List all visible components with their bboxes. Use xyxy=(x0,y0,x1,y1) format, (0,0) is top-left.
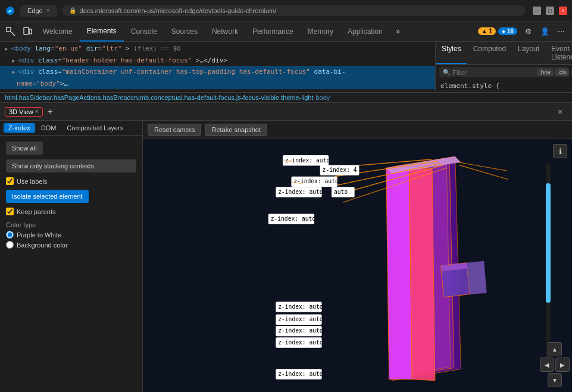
3d-controls-panel: Z-index DOM Composited Layers Show all xyxy=(0,121,143,392)
svg-marker-8 xyxy=(386,168,412,379)
more-options-icon[interactable]: ⋯ xyxy=(553,23,570,40)
nav-left-btn[interactable]: ◀ xyxy=(540,357,554,372)
svg-text:auto: auto xyxy=(334,189,348,195)
browser-chrome: Edge × 🔒 docs.microsoft.com/en-us/micros… xyxy=(0,0,572,21)
html-row-body[interactable]: ▶ <body lang="en-us" dir="ltr" > (flex) … xyxy=(0,43,435,55)
devtools-panel: Welcome Elements Console Sources Network… xyxy=(0,21,572,392)
svg-text:z-index: auto: z-index: auto xyxy=(278,339,323,346)
tab-sources[interactable]: Sources xyxy=(164,21,205,42)
tab-layout[interactable]: Layout xyxy=(512,42,545,64)
styles-tabs-bar: Styles Computed Layout Event Listeners » xyxy=(436,42,572,65)
nav-up-btn[interactable]: ▲ xyxy=(548,342,562,356)
zview-tab-dom[interactable]: DOM xyxy=(36,123,61,133)
settings-icon[interactable]: ⚙ xyxy=(520,23,536,40)
radio-purple-white-input[interactable] xyxy=(6,231,14,239)
keep-parents-checkbox[interactable] xyxy=(6,208,14,215)
reset-camera-btn[interactable]: Reset camera xyxy=(148,124,201,136)
tab-computed[interactable]: Computed xyxy=(467,42,512,64)
toolbar-icon-inspect[interactable] xyxy=(2,23,19,40)
viewport-info-btn[interactable]: ℹ xyxy=(553,144,567,158)
html-row-main2[interactable]: name="body">… xyxy=(0,78,435,90)
tab-3d-close-btn[interactable]: × xyxy=(35,108,39,115)
address-text: docs.microsoft.com/en-us/microsoft-edge/… xyxy=(80,7,277,14)
close-panel-btn[interactable]: × xyxy=(553,105,567,119)
svg-rect-1 xyxy=(7,27,11,32)
tab-label: Edge xyxy=(27,7,43,14)
tab-event-listeners[interactable]: Event Listeners xyxy=(545,42,572,64)
keep-parents-label: Keep parents xyxy=(17,208,55,215)
scrollbar-vertical[interactable] xyxy=(546,163,551,362)
html-tree: ▶ <body lang="en-us" dir="ltr" > (flex) … xyxy=(0,42,435,92)
bottom-section: 3D View × + × Z-index DOM xyxy=(0,103,572,392)
hov-btn[interactable]: :hov xyxy=(537,68,553,76)
use-labels-checkbox[interactable] xyxy=(6,177,14,185)
retake-snapshot-btn[interactable]: Retake snapshot xyxy=(205,124,267,136)
tab-styles[interactable]: Styles xyxy=(436,42,467,64)
isolate-btn[interactable]: Isolate selected element xyxy=(6,190,89,203)
use-labels-row: Use labels xyxy=(6,177,136,185)
expand-icon-header: ▶ xyxy=(12,58,18,64)
svg-text:z-index: auto: z-index: auto xyxy=(278,303,323,310)
tab-network[interactable]: Network xyxy=(205,21,245,42)
svg-text:z-index: auto: z-index: auto xyxy=(278,316,323,322)
styles-filter-input[interactable] xyxy=(452,69,535,76)
html-row-header[interactable]: ▶ <div class="header-holder has-default-… xyxy=(0,55,435,67)
breadcrumb-path[interactable]: html.hasSidebar.hasPageActions.hasBreadc… xyxy=(5,94,314,101)
svg-text:z-index: 4: z-index: 4 xyxy=(323,167,357,173)
warning-badge: ▲ 1 xyxy=(478,27,496,35)
breadcrumb-bar: html.hasSidebar.hasPageActions.hasBreadc… xyxy=(0,93,572,103)
3d-canvas[interactable]: z-index: auto z-index: 4 z-index: auto xyxy=(143,139,572,392)
3d-viewport-panel: Reset camera Retake snapshot xyxy=(143,121,572,392)
html-row-main[interactable]: ▶ <div class="mainContainer uhf-containe… xyxy=(0,66,435,78)
info-badge: ● 16 xyxy=(498,27,517,35)
svg-text:z-index: auto: z-index: auto xyxy=(278,371,323,377)
cls-btn[interactable]: .cls xyxy=(555,68,569,76)
svg-marker-9 xyxy=(409,168,435,380)
nav-lr-row: ◀ ▶ xyxy=(540,357,570,372)
bottom-tabs-row: 3D View × + × xyxy=(0,103,572,121)
show-all-btn[interactable]: Show all xyxy=(6,142,43,155)
tab-performance[interactable]: Performance xyxy=(245,21,301,42)
more-tabs-btn[interactable]: » xyxy=(390,23,407,40)
nav-right-btn[interactable]: ▶ xyxy=(555,357,570,372)
svg-text:z-index: auto: z-index: auto xyxy=(271,215,316,222)
radio-bg-color-label: Background color xyxy=(17,242,68,249)
color-type-section: Color type Purple to White Background co… xyxy=(6,221,136,249)
3d-svg: z-index: auto z-index: 4 z-index: auto xyxy=(143,139,572,392)
svg-rect-2 xyxy=(24,27,29,35)
tab-welcome[interactable]: Welcome xyxy=(36,21,80,42)
tab-close[interactable]: × xyxy=(46,7,50,14)
tab-3d-view[interactable]: 3D View × xyxy=(5,107,43,117)
maximize-btn[interactable]: □ xyxy=(546,7,554,15)
radio-bg-color-input[interactable] xyxy=(6,241,14,249)
radio-bg-color: Background color xyxy=(6,241,136,249)
radio-purple-white: Purple to White xyxy=(6,231,136,239)
toolbar-icon-device[interactable] xyxy=(19,23,36,40)
nav-arrows-group: ▲ ◀ ▶ ▼ xyxy=(540,342,570,387)
element-style-block: element.style { xyxy=(436,80,572,92)
devtools-main-tabbar: Welcome Elements Console Sources Network… xyxy=(0,21,572,42)
svg-rect-3 xyxy=(29,29,32,34)
tab-application[interactable]: Application xyxy=(340,21,390,42)
tab-elements[interactable]: Elements xyxy=(80,21,124,42)
show-stacking-btn[interactable]: Show only stacking contexts xyxy=(6,159,136,173)
use-labels-label: Use labels xyxy=(17,178,47,185)
add-tab-btn[interactable]: + xyxy=(45,106,55,117)
nav-down-btn[interactable]: ▼ xyxy=(548,373,562,387)
svg-rect-4 xyxy=(156,139,558,392)
browser-tab[interactable]: Edge × xyxy=(20,5,57,17)
user-icon[interactable]: 👤 xyxy=(536,23,553,40)
zview-tab-zindex[interactable]: Z-index xyxy=(4,123,35,133)
minimize-btn[interactable]: ─ xyxy=(533,7,541,15)
breadcrumb-tag[interactable]: body xyxy=(316,94,330,101)
scrollbar-thumb-v[interactable] xyxy=(546,183,551,303)
close-window-btn[interactable]: × xyxy=(559,7,567,15)
color-type-label: Color type xyxy=(6,221,136,228)
address-icon: 🔒 xyxy=(69,7,76,14)
tab-console[interactable]: Console xyxy=(124,21,164,42)
zview-tab-composited[interactable]: Composited Layers xyxy=(62,123,128,133)
tab-memory[interactable]: Memory xyxy=(301,21,340,42)
svg-text:z-index: auto: z-index: auto xyxy=(285,157,330,164)
keep-parents-row: Keep parents xyxy=(6,208,136,215)
radio-purple-white-label: Purple to White xyxy=(17,231,61,239)
